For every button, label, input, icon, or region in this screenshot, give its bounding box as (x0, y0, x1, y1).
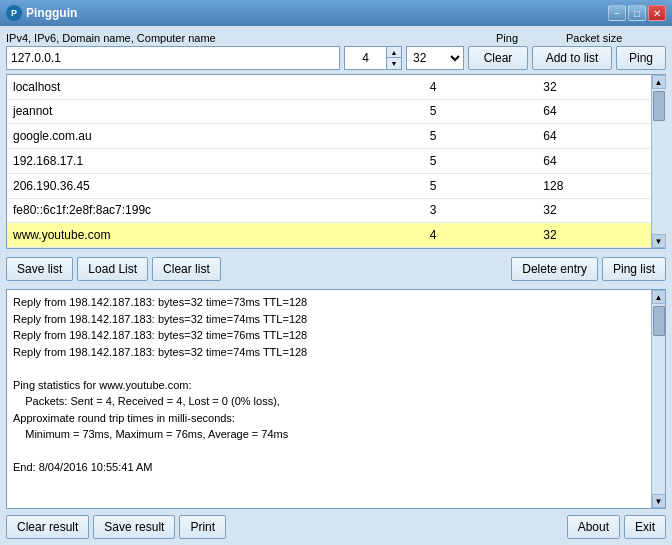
table-row[interactable]: google.com.au 5 64 (7, 124, 651, 149)
clear-list-button[interactable]: Clear list (152, 257, 221, 281)
title-bar: P Pingguin − □ ✕ (0, 0, 672, 26)
size-cell: 128 (537, 173, 651, 198)
packet-label: Packet size (566, 32, 666, 44)
minimize-button[interactable]: − (608, 5, 626, 21)
ping-button[interactable]: Ping (616, 46, 666, 70)
size-cell: 64 (537, 99, 651, 124)
app-icon: P (6, 5, 22, 21)
clear-button[interactable]: Clear (468, 46, 528, 70)
ping-cell: 5 (424, 149, 538, 174)
controls-row: 4 ▲ ▼ 32 64 128 256 512 1024 Clear Add t… (6, 46, 666, 70)
table-row[interactable]: fe80::6c1f:2e8f:8ac7:199c 3 32 (7, 198, 651, 223)
ping-cell: 5 (424, 173, 538, 198)
result-scroll-up-button[interactable]: ▲ (652, 290, 666, 304)
main-content: IPv4, IPv6, Domain name, Computer name P… (0, 26, 672, 545)
spinner-buttons: ▲ ▼ (386, 47, 401, 69)
clear-result-button[interactable]: Clear result (6, 515, 89, 539)
bottom-actions: Clear result Save result Print About Exi… (6, 513, 666, 539)
scroll-down-button[interactable]: ▼ (652, 234, 666, 248)
spin-up-button[interactable]: ▲ (387, 47, 401, 58)
host-cell: fe80::6c1f:2e8f:8ac7:199c (7, 198, 424, 223)
ping-cell: 4 (424, 75, 538, 99)
window-title: Pingguin (26, 6, 77, 20)
result-scroll-track (652, 304, 666, 494)
ping-spinner: 4 ▲ ▼ (344, 46, 402, 70)
maximize-button[interactable]: □ (628, 5, 646, 21)
size-cell: 64 (537, 124, 651, 149)
print-button[interactable]: Print (179, 515, 226, 539)
table-row[interactable]: jeannot 5 64 (7, 99, 651, 124)
result-text: Reply from 198.142.187.183: bytes=32 tim… (13, 294, 659, 476)
ping-value: 4 (345, 51, 386, 65)
size-cell: 64 (537, 149, 651, 174)
host-cell: 192.168.17.1 (7, 149, 424, 174)
about-button[interactable]: About (567, 515, 620, 539)
host-cell: jeannot (7, 99, 424, 124)
list-actions: Save list Load List Clear list Delete en… (6, 253, 666, 285)
save-list-button[interactable]: Save list (6, 257, 73, 281)
host-cell: 206.190.36.45 (7, 173, 424, 198)
ping-cell: 5 (424, 124, 538, 149)
table-row[interactable]: localhost 4 32 (7, 75, 651, 99)
ip-label: IPv4, IPv6, Domain name, Computer name (6, 32, 486, 44)
table-row[interactable]: 206.190.36.45 5 128 (7, 173, 651, 198)
scroll-track (652, 89, 666, 234)
spin-down-button[interactable]: ▼ (387, 58, 401, 69)
ip-input[interactable] (6, 46, 340, 70)
size-cell: 32 (537, 75, 651, 99)
result-content: Reply from 198.142.187.183: bytes=32 tim… (7, 290, 665, 508)
ping-label: Ping (496, 32, 566, 44)
size-cell: 32 (537, 223, 651, 248)
host-cell: localhost (7, 75, 424, 99)
delete-entry-button[interactable]: Delete entry (511, 257, 598, 281)
save-result-button[interactable]: Save result (93, 515, 175, 539)
table-row[interactable]: www.youtube.com 4 32 (7, 223, 651, 248)
packet-size-select[interactable]: 32 64 128 256 512 1024 (406, 46, 464, 70)
ping-list-button[interactable]: Ping list (602, 257, 666, 281)
result-section: Reply from 198.142.187.183: bytes=32 tim… (6, 289, 666, 509)
list-scrollbar: ▲ ▼ (651, 75, 665, 248)
bottom-right-group: About Exit (567, 515, 666, 539)
result-scroll-thumb[interactable] (653, 306, 665, 336)
scroll-up-button[interactable]: ▲ (652, 75, 666, 89)
ping-cell: 3 (424, 198, 538, 223)
table-row[interactable]: 192.168.17.1 5 64 (7, 149, 651, 174)
close-button[interactable]: ✕ (648, 5, 666, 21)
exit-button[interactable]: Exit (624, 515, 666, 539)
window-controls: − □ ✕ (608, 5, 666, 21)
ping-cell: 4 (424, 223, 538, 248)
top-section: IPv4, IPv6, Domain name, Computer name P… (6, 32, 666, 70)
result-scrollbar: ▲ ▼ (651, 290, 665, 508)
load-list-button[interactable]: Load List (77, 257, 148, 281)
result-scroll-down-button[interactable]: ▼ (652, 494, 666, 508)
scroll-thumb[interactable] (653, 91, 665, 121)
host-cell: google.com.au (7, 124, 424, 149)
labels-row: IPv4, IPv6, Domain name, Computer name P… (6, 32, 666, 44)
host-cell: www.youtube.com (7, 223, 424, 248)
add-to-list-button[interactable]: Add to list (532, 46, 612, 70)
list-section: localhost 4 32 jeannot 5 64 google.com.a… (6, 74, 666, 249)
size-cell: 32 (537, 198, 651, 223)
ping-cell: 5 (424, 99, 538, 124)
host-list-table: localhost 4 32 jeannot 5 64 google.com.a… (7, 75, 651, 248)
